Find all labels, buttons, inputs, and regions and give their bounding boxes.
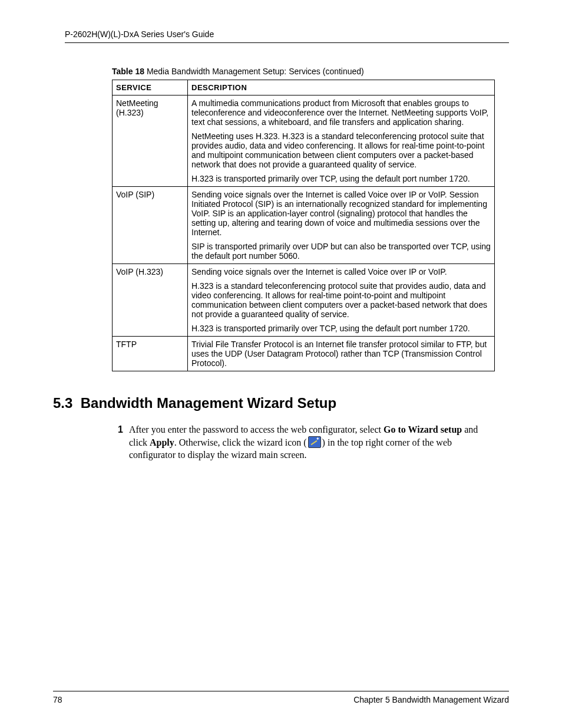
page-header: P-2602H(W)(L)-DxA Series User's Guide (65, 29, 509, 43)
desc-para: H.323 is transported primarily over TCP,… (191, 324, 491, 333)
step-1: 1 After you enter the password to access… (118, 423, 495, 462)
section-heading: 5.3 Bandwidth Management Wizard Setup (53, 395, 509, 411)
page-number: 78 (53, 695, 62, 704)
table-row: VoIP (H.323) Sending voice signals over … (113, 264, 495, 337)
section-number: 5.3 (53, 395, 72, 411)
desc-para: Trivial File Transfer Protocol is an Int… (191, 340, 491, 368)
service-cell: VoIP (H.323) (113, 264, 188, 337)
description-cell: Sending voice signals over the Internet … (188, 187, 495, 264)
step-number: 1 (118, 423, 123, 436)
description-cell: Sending voice signals over the Internet … (188, 264, 495, 337)
section-title: Bandwidth Management Wizard Setup (81, 395, 336, 411)
services-table: SERVICE DESCRIPTION NetMeeting (H.323) A… (112, 80, 495, 371)
service-cell: NetMeeting (H.323) (113, 95, 188, 187)
table-label: Table 18 (112, 67, 144, 76)
service-cell: TFTP (113, 337, 188, 371)
desc-para: H.323 is transported primarily over TCP,… (191, 174, 491, 183)
desc-para: A multimedia communications product from… (191, 98, 491, 127)
description-cell: Trivial File Transfer Protocol is an Int… (188, 337, 495, 371)
table-row: TFTP Trivial File Transfer Protocol is a… (113, 337, 495, 371)
col-service: SERVICE (113, 80, 188, 95)
table-row: VoIP (SIP) Sending voice signals over th… (113, 187, 495, 264)
chapter-label: Chapter 5 Bandwidth Management Wizard (353, 695, 509, 704)
step-text-seg: After you enter the password to access t… (129, 424, 384, 434)
table-row: NetMeeting (H.323) A multimedia communic… (113, 95, 495, 187)
table-caption: Table 18 Media Bandwidth Management Setu… (112, 67, 509, 76)
desc-para: H.323 is a standard teleconferencing pro… (191, 281, 491, 319)
desc-para: NetMeeting uses H.323. H.323 is a standa… (191, 131, 491, 169)
bold-apply: Apply (150, 437, 174, 447)
step-text-seg: . Otherwise, click the wizard icon ( (174, 437, 307, 447)
desc-para: Sending voice signals over the Internet … (191, 190, 491, 237)
desc-para: Sending voice signals over the Internet … (191, 267, 491, 276)
description-cell: A multimedia communications product from… (188, 95, 495, 187)
step-text: After you enter the password to access t… (129, 423, 495, 462)
bold-go-to-wizard: Go to Wizard setup (384, 424, 462, 434)
page-footer: 78 Chapter 5 Bandwidth Management Wizard (53, 691, 509, 704)
col-description: DESCRIPTION (188, 80, 495, 95)
desc-para: SIP is transported primarily over UDP bu… (191, 242, 491, 261)
wizard-icon (308, 436, 321, 448)
table-caption-text: Media Bandwidth Management Setup: Servic… (144, 67, 364, 76)
service-cell: VoIP (SIP) (113, 187, 188, 264)
